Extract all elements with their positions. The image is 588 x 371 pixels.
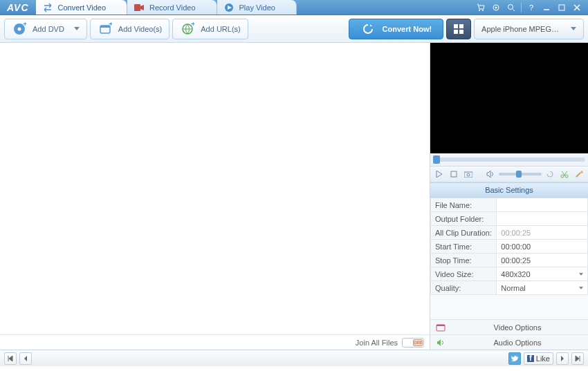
close-icon[interactable] bbox=[571, 2, 582, 13]
maximize-icon[interactable] bbox=[556, 2, 567, 13]
svg-rect-17 bbox=[459, 24, 463, 28]
video-icon: + bbox=[98, 21, 113, 37]
svg-text:+: + bbox=[23, 22, 26, 28]
convert-now-button[interactable]: Convert Now! bbox=[349, 19, 444, 39]
tab-record-video[interactable]: Record Video bbox=[127, 0, 217, 15]
file-list-panel: Join All Files OFF bbox=[0, 43, 430, 350]
prev-page-button[interactable] bbox=[4, 352, 17, 365]
next-button[interactable] bbox=[556, 352, 569, 365]
label: File Name: bbox=[431, 198, 497, 212]
grid-icon bbox=[451, 21, 466, 37]
row-stop-time: Stop Time: 00:00:25 bbox=[431, 254, 588, 267]
basic-settings-header: Basic Settings bbox=[430, 182, 588, 198]
player-controls bbox=[430, 166, 588, 182]
svg-text:f: f bbox=[529, 355, 532, 362]
svg-rect-20 bbox=[451, 171, 457, 177]
tabs: Convert Video Record Video Play Video bbox=[36, 0, 470, 15]
output-profile-selector[interactable]: Apple iPhone MPEG-4 Movie (*.mp4) bbox=[474, 19, 584, 39]
tab-play-video[interactable]: Play Video bbox=[217, 0, 297, 15]
seek-bar[interactable] bbox=[433, 158, 585, 162]
tab-convert-video[interactable]: Convert Video bbox=[36, 0, 128, 15]
gear-icon[interactable] bbox=[490, 2, 502, 13]
add-videos-button[interactable]: + Add Video(s) bbox=[90, 19, 169, 39]
facebook-like-button[interactable]: f Like bbox=[524, 352, 553, 365]
chevron-down-icon bbox=[579, 273, 583, 276]
twitter-button[interactable] bbox=[508, 352, 521, 365]
chevron-down-icon bbox=[74, 27, 80, 30]
button-label: Add Video(s) bbox=[118, 25, 162, 33]
add-urls-button[interactable]: + Add URL(s) bbox=[172, 19, 248, 39]
quality-select[interactable]: Normal bbox=[501, 284, 583, 292]
video-options-row[interactable]: Video Options bbox=[430, 319, 588, 334]
seek-thumb[interactable] bbox=[433, 155, 440, 164]
join-label: Join All Files bbox=[356, 339, 398, 347]
chevron-down-icon[interactable] bbox=[477, 168, 482, 180]
volume-thumb[interactable] bbox=[516, 171, 522, 178]
toolbar: + Add DVD + Add Video(s) + Add URL(s) Co… bbox=[0, 15, 588, 43]
next-page-button[interactable] bbox=[571, 352, 584, 365]
svg-point-5 bbox=[495, 6, 497, 8]
minimize-icon[interactable] bbox=[541, 2, 552, 13]
prev-button[interactable] bbox=[19, 352, 32, 365]
start-time-input[interactable]: 00:00:00 bbox=[501, 242, 531, 251]
tab-label: Play Video bbox=[239, 3, 275, 12]
dvd-icon: + bbox=[12, 21, 27, 37]
status-bar: f Like bbox=[0, 350, 588, 366]
record-icon bbox=[134, 3, 144, 12]
separator bbox=[521, 3, 522, 12]
label: Stop Time: bbox=[431, 254, 497, 267]
cut-button[interactable] bbox=[558, 168, 571, 180]
stop-button[interactable] bbox=[448, 168, 460, 180]
svg-text:+: + bbox=[191, 22, 194, 28]
chevron-down-icon bbox=[571, 27, 576, 30]
row-output-folder: Output Folder: bbox=[431, 212, 588, 226]
svg-text:+: + bbox=[109, 22, 112, 28]
profile-label: Apple iPhone MPEG-4 Movie (*.mp4) bbox=[481, 25, 561, 33]
svg-point-24 bbox=[565, 175, 568, 178]
option-label: Video Options bbox=[452, 323, 582, 332]
row-video-size: Video Size: 480x320 bbox=[431, 267, 588, 281]
label: Start Time: bbox=[431, 240, 497, 254]
join-toggle[interactable]: OFF bbox=[402, 338, 424, 348]
search-icon[interactable] bbox=[506, 2, 517, 13]
play-button[interactable] bbox=[433, 168, 445, 180]
rotate-button[interactable] bbox=[544, 168, 556, 180]
option-label: Audio Options bbox=[452, 339, 582, 347]
side-panel: Basic Settings File Name: Output Folder:… bbox=[430, 43, 588, 350]
help-icon[interactable]: ? bbox=[526, 2, 537, 13]
video-preview bbox=[430, 43, 588, 153]
volume-slider[interactable] bbox=[499, 173, 542, 175]
button-label: Convert Now! bbox=[383, 25, 432, 33]
svg-point-2 bbox=[479, 10, 480, 11]
svg-rect-16 bbox=[454, 24, 458, 28]
title-bar: AVC Convert Video Record Video Play Vide… bbox=[0, 0, 588, 15]
snapshot-button[interactable] bbox=[462, 168, 475, 180]
audio-options-icon bbox=[436, 338, 445, 348]
audio-options-row[interactable]: Audio Options bbox=[430, 334, 588, 350]
window-controls: ? bbox=[470, 2, 588, 13]
convert-icon bbox=[43, 3, 53, 12]
add-dvd-button[interactable]: + Add DVD bbox=[4, 19, 87, 39]
seek-row bbox=[430, 153, 588, 166]
row-quality: Quality: Normal bbox=[431, 281, 588, 295]
body-area: Join All Files OFF Basic Settings File N… bbox=[0, 43, 588, 350]
play-icon bbox=[224, 3, 234, 12]
settings-table: File Name: Output Folder: All Clip Durat… bbox=[430, 198, 588, 295]
svg-point-6 bbox=[508, 4, 513, 9]
svg-rect-7 bbox=[559, 5, 564, 10]
row-file-name: File Name: bbox=[431, 198, 588, 212]
svg-rect-21 bbox=[464, 172, 472, 178]
profile-settings-button[interactable] bbox=[446, 19, 471, 39]
cart-icon[interactable] bbox=[475, 2, 486, 13]
volume-icon[interactable] bbox=[484, 168, 497, 180]
label: All Clip Duration: bbox=[431, 226, 497, 240]
svg-point-9 bbox=[18, 27, 21, 30]
row-start-time: Start Time: 00:00:00 bbox=[431, 240, 588, 254]
label: Quality: bbox=[431, 281, 497, 295]
join-bar: Join All Files OFF bbox=[0, 334, 430, 350]
stop-time-input[interactable]: 00:00:25 bbox=[501, 256, 531, 265]
chevron-down-icon bbox=[579, 287, 583, 289]
svg-rect-18 bbox=[454, 30, 458, 34]
video-size-select[interactable]: 480x320 bbox=[501, 270, 583, 278]
effects-button[interactable] bbox=[573, 168, 585, 180]
